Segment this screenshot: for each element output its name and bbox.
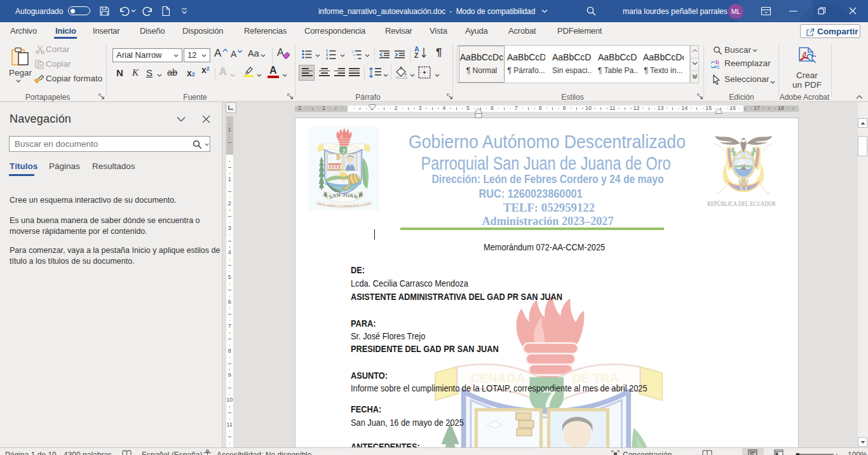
svg-text:3: 3: [326, 57, 328, 60]
svg-text:i: i: [355, 57, 355, 60]
svg-text:c: c: [717, 64, 720, 69]
